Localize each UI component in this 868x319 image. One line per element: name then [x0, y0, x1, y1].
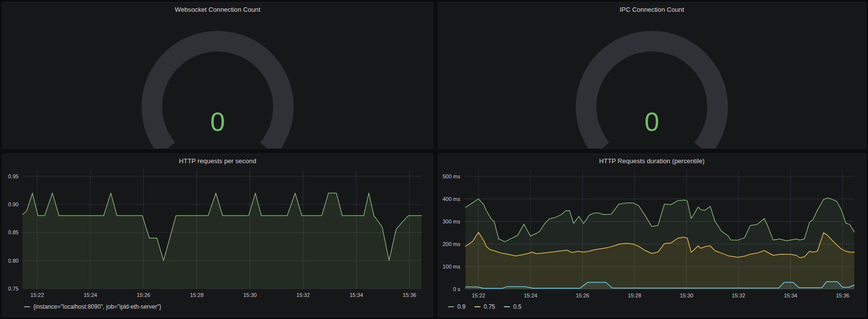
chart-plot-area[interactable] [464, 170, 854, 289]
gauge-value: 0 [438, 108, 866, 135]
x-tick-label: 15:34 [344, 292, 368, 298]
legend-dash-icon [24, 306, 30, 307]
y-tick-label: 0 s [438, 286, 460, 293]
x-tick-label: 15:30 [674, 293, 699, 299]
chart-legend: {instance="localhost:8090", job="ipld-et… [24, 302, 161, 311]
panel-title: HTTP Requests duration (percentile) [599, 157, 705, 165]
x-tick-label: 15:24 [518, 293, 543, 299]
x-tick-label: 15:36 [397, 292, 422, 298]
chart-legend: 0.90.750.5 [448, 302, 522, 311]
x-tick-label: 15:28 [622, 293, 647, 299]
panel-title: HTTP requests per second [179, 157, 257, 165]
panel-websocket-connection-count: Websocket Connection Count 0 [2, 2, 433, 149]
panel-title: IPC Connection Count [620, 6, 684, 13]
legend-item-0.5[interactable]: 0.5 [504, 303, 522, 310]
x-tick-label: 15:36 [830, 293, 855, 299]
y-tick-label: 0.85 [2, 229, 19, 236]
x-tick-label: 15:32 [291, 292, 316, 298]
y-tick-label: 0.80 [2, 258, 19, 264]
panel-title: Websocket Connection Count [175, 6, 260, 13]
y-tick-label: 100 ms [438, 264, 460, 270]
panel-header-ipc[interactable]: IPC Connection Count [438, 2, 866, 16]
y-tick-label: 0.95 [2, 173, 19, 180]
panel-ipc-connection-count: IPC Connection Count 0 [438, 2, 866, 149]
y-tick-label: 500 ms [438, 173, 460, 180]
series-area--instance-localhost-8090-job-ipld-eth-server- [23, 193, 421, 289]
y-tick-label: 0.90 [2, 201, 19, 208]
grafana-dashboard: Websocket Connection Count 0 IPC Connect… [0, 0, 868, 319]
panel-header-http-duration[interactable]: HTTP Requests duration (percentile) [438, 154, 866, 168]
panel-header-websocket[interactable]: Websocket Connection Count [2, 2, 433, 16]
gauge-value: 0 [2, 108, 433, 135]
legend-label: 0.9 [457, 303, 466, 310]
y-tick-label: 400 ms [438, 196, 460, 202]
panel-header-http-rps[interactable]: HTTP requests per second [2, 154, 433, 168]
legend-label: 0.75 [484, 303, 495, 310]
y-tick-label: 200 ms [438, 241, 460, 247]
legend-dash-icon [448, 306, 454, 307]
x-tick-label: 15:26 [570, 293, 595, 299]
x-tick-label: 15:22 [466, 293, 491, 299]
legend-dash-icon [504, 306, 510, 307]
legend-label: 0.5 [513, 303, 522, 310]
x-tick-label: 15:32 [726, 293, 751, 299]
x-tick-label: 15:24 [78, 292, 103, 298]
panel-http-requests-per-second: HTTP requests per second 0.950.900.850.8… [2, 153, 433, 317]
legend-item-0.9[interactable]: 0.9 [448, 303, 466, 310]
x-tick-label: 15:26 [132, 292, 156, 298]
y-tick-label: 300 ms [438, 219, 460, 225]
legend-label: {instance="localhost:8090", job="ipld-et… [33, 303, 161, 310]
x-tick-label: 15:30 [237, 292, 262, 298]
legend-dash-icon [474, 306, 480, 307]
x-tick-label: 15:34 [778, 293, 803, 299]
legend-item--instance-localhost-8090-job-ipld-eth-server-[interactable]: {instance="localhost:8090", job="ipld-et… [24, 303, 161, 310]
panel-http-requests-duration: HTTP Requests duration (percentile) 500 … [438, 153, 866, 317]
legend-item-0.75[interactable]: 0.75 [474, 303, 495, 310]
chart-plot-area[interactable] [23, 170, 421, 289]
x-tick-label: 15:22 [25, 292, 50, 298]
y-tick-label: 0.75 [2, 286, 19, 292]
x-tick-label: 15:28 [184, 292, 209, 298]
